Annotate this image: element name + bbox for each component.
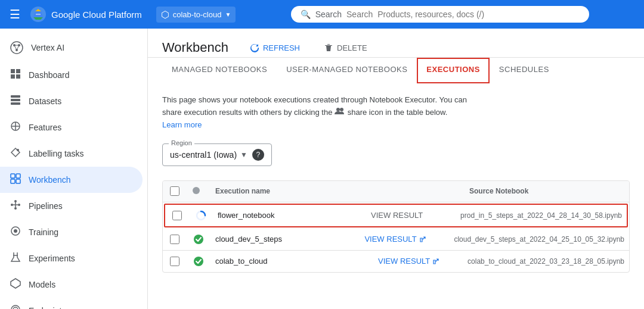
search-label: Search <box>315 10 342 19</box>
sidebar-item-label: Endpoints <box>29 306 66 309</box>
svg-rect-17 <box>11 174 15 178</box>
description-line2: share execution results with others by c… <box>162 108 332 117</box>
sidebar-item-label: Dashboard <box>29 70 70 80</box>
sidebar-item-label: Pipelines <box>29 201 63 211</box>
svg-line-6 <box>14 45 17 50</box>
row3-checkbox[interactable] <box>170 257 179 266</box>
sidebar-item-endpoints[interactable]: Endpoints <box>0 298 143 309</box>
pipelines-icon <box>10 199 21 213</box>
project-selector[interactable]: ⬡ colab-to-cloud ▼ <box>156 7 236 23</box>
sidebar-item-label: Experiments <box>29 254 75 263</box>
project-icon: ⬡ <box>161 9 169 20</box>
region-value: us-central1 (Iowa) <box>170 150 237 160</box>
sidebar-item-datasets[interactable]: Datasets <box>0 88 143 114</box>
svg-point-21 <box>11 204 13 206</box>
region-selector[interactable]: Region us-central1 (Iowa) ▼ ? <box>162 143 272 166</box>
sidebar-item-label: Models <box>29 280 55 289</box>
region-select-control[interactable]: us-central1 (Iowa) ▼ <box>170 150 247 160</box>
refresh-button[interactable]: REFRESH <box>243 38 307 57</box>
row2-checkbox[interactable] <box>170 235 179 244</box>
select-all-checkbox[interactable] <box>170 186 179 196</box>
delete-label: DELETE <box>337 43 367 52</box>
row2-source-notebook: cloud_dev_5_steps_at_2022_04_25_10_05_32… <box>454 235 624 244</box>
row2-checkbox-cell <box>163 235 187 244</box>
row3-result-link[interactable]: VIEW RESULT <box>378 257 458 266</box>
search-bar[interactable]: 🔍 Search <box>291 6 589 23</box>
status-header-icon <box>191 186 201 195</box>
dashboard-icon <box>10 68 21 82</box>
labelling-icon <box>10 146 21 161</box>
success-icon <box>193 255 205 267</box>
row1-result-text: VIEW RESULT <box>371 211 423 220</box>
region-chevron-icon: ▼ <box>240 151 247 159</box>
sidebar-item-models[interactable]: Models <box>0 271 143 298</box>
delete-icon <box>324 43 333 52</box>
row2-status-cell <box>187 233 210 245</box>
tab-schedules[interactable]: SCHEDULES <box>490 58 559 82</box>
row2-source-cell: cloud_dev_5_steps_at_2022_04_25_10_05_32… <box>449 235 629 244</box>
sidebar-item-label: Datasets <box>29 96 61 106</box>
tab-executions[interactable]: EXECUTIONS <box>417 58 490 83</box>
row3-name-cell: colab_to_cloud <box>210 257 373 266</box>
gcp-logo-icon <box>30 6 47 23</box>
sidebar-item-pipelines[interactable]: Pipelines <box>0 193 143 219</box>
sidebar-item-experiments[interactable]: Experiments <box>0 245 143 271</box>
menu-icon[interactable]: ☰ <box>10 7 20 21</box>
sidebar-item-features[interactable]: Features <box>0 114 143 141</box>
svg-rect-12 <box>11 95 20 98</box>
svg-rect-8 <box>11 69 15 73</box>
table-row: cloud_dev_5_steps VIEW RESULT cloud_dev_… <box>163 229 629 251</box>
tab-user-managed-notebooks[interactable]: USER-MANAGED NOTEBOOKS <box>277 58 417 82</box>
tab-managed-notebooks[interactable]: MANAGED NOTEBOOKS <box>162 58 277 82</box>
sidebar-item-labelling-tasks[interactable]: Labelling tasks <box>0 141 143 167</box>
topbar: ☰ Google Cloud Platform ⬡ colab-to-cloud… <box>0 0 644 29</box>
learn-more-link[interactable]: Learn more <box>162 120 202 129</box>
endpoints-icon <box>10 304 21 309</box>
page-title: Workbench <box>162 40 228 55</box>
training-icon <box>10 225 21 239</box>
svg-point-24 <box>18 204 20 206</box>
row1-status-icon <box>195 210 207 221</box>
product-name: Vertex AI <box>31 43 64 52</box>
row3-result-cell[interactable]: VIEW RESULT <box>373 257 463 266</box>
workbench-icon <box>10 173 21 187</box>
sidebar-item-label: Training <box>29 227 58 237</box>
sidebar-item-dashboard[interactable]: Dashboard <box>0 62 143 88</box>
sidebar-item-label: Labelling tasks <box>29 149 84 158</box>
sidebar-item-workbench[interactable]: Workbench <box>0 167 143 193</box>
gcp-logo-text: Google Cloud Platform <box>51 10 142 20</box>
sidebar-item-label: Workbench <box>29 175 71 185</box>
row2-result-cell[interactable]: VIEW RESULT <box>360 235 449 244</box>
region-help-icon[interactable]: ? <box>252 149 264 161</box>
row3-source-notebook: colab_to_cloud_at_2022_03_23_18_28_05.ip… <box>467 257 624 266</box>
row3-checkbox-cell <box>163 257 187 266</box>
running-icon <box>195 210 207 221</box>
row1-name-cell: flower_notebook <box>213 211 366 220</box>
executions-table: Execution name Source Notebook <box>162 180 630 273</box>
search-input[interactable] <box>346 10 580 19</box>
models-icon <box>10 277 21 292</box>
svg-point-23 <box>14 207 17 210</box>
datasets-icon <box>10 94 21 108</box>
share-icon <box>335 107 345 119</box>
logo: Google Cloud Platform <box>30 6 142 23</box>
row2-name-cell: cloud_dev_5_steps <box>210 235 360 244</box>
sidebar-item-label: Features <box>29 123 61 132</box>
delete-button[interactable]: DELETE <box>317 38 374 57</box>
table-row: flower_notebook VIEW RESULT prod_in_5_st… <box>164 204 628 227</box>
svg-rect-18 <box>16 174 20 178</box>
row2-status-icon <box>193 233 205 245</box>
experiments-icon <box>10 251 21 266</box>
sidebar-item-training[interactable]: Training <box>0 219 143 245</box>
row2-result-link[interactable]: VIEW RESULT <box>364 235 444 244</box>
row1-source-cell: prod_in_5_steps_at_2022_04_28_14_30_58.i… <box>456 211 627 220</box>
region-help-text: ? <box>256 151 261 159</box>
svg-rect-13 <box>11 99 20 101</box>
svg-point-22 <box>14 200 17 202</box>
svg-marker-30 <box>11 279 20 288</box>
svg-point-41 <box>194 235 203 244</box>
row1-checkbox[interactable] <box>172 211 182 220</box>
table-row: colab_to_cloud VIEW RESULT colab_to_clou… <box>163 251 629 272</box>
refresh-label: REFRESH <box>263 43 300 52</box>
search-icon: 🔍 <box>301 10 311 19</box>
